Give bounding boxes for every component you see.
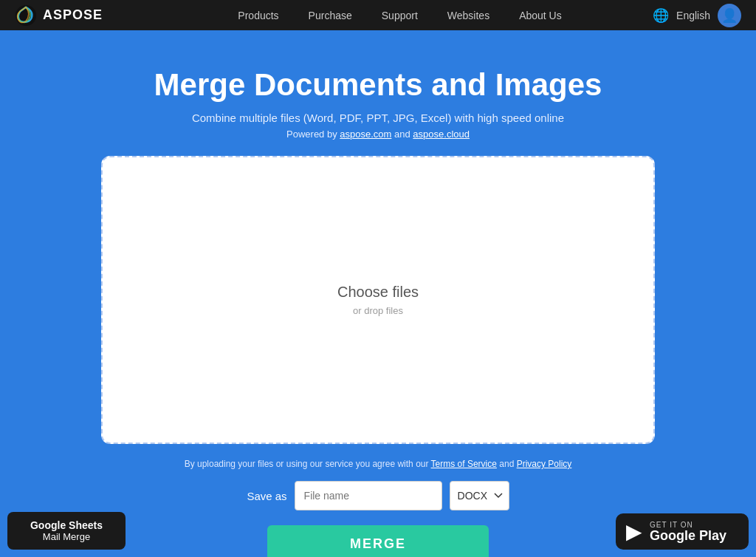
terms-link[interactable]: Terms of Service	[431, 459, 497, 469]
navbar-links: Products Purchase Support Websites About…	[147, 0, 653, 30]
nav-websites[interactable]: Websites	[433, 0, 504, 30]
powered-by-text: Powered by aspose.com and aspose.cloud	[286, 129, 470, 140]
aspose-com-link[interactable]: aspose.com	[340, 129, 391, 140]
google-play-label: Google Play	[650, 529, 726, 542]
agreement-text: By uploading your files or using our ser…	[185, 459, 572, 469]
google-sheets-line1: Google Sheets	[21, 519, 112, 531]
nav-support[interactable]: Support	[367, 0, 433, 30]
nav-products[interactable]: Products	[223, 0, 293, 30]
filename-input[interactable]	[295, 481, 442, 510]
google-play-text: GET IT ON Google Play	[650, 521, 726, 542]
merge-button[interactable]: MERGE	[267, 525, 489, 557]
google-play-banner[interactable]: ▶ GET IT ON Google Play	[616, 513, 749, 550]
google-play-icon: ▶	[626, 519, 642, 544]
aspose-logo-icon	[15, 4, 37, 27]
google-sheets-banner[interactable]: Google Sheets Mail Merge	[7, 512, 126, 550]
user-icon: 👤	[721, 7, 738, 24]
brand-name: ASPOSE	[43, 7, 103, 23]
page-subtitle: Combine multiple files (Word, PDF, PPT, …	[192, 112, 564, 124]
save-as-label: Save as	[247, 490, 286, 502]
globe-icon: 🌐	[653, 7, 669, 24]
save-row: Save as DOCX PDF PPT JPG PNG	[247, 481, 509, 510]
choose-files-label: Choose files	[337, 284, 419, 301]
file-drop-zone[interactable]: Choose files or drop files	[101, 156, 655, 444]
main-content: Merge Documents and Images Combine multi…	[0, 30, 756, 557]
navbar-right: 🌐 English 👤	[653, 4, 741, 27]
google-sheets-line2: Mail Merge	[21, 531, 112, 542]
nav-about-us[interactable]: About Us	[504, 0, 577, 30]
aspose-cloud-link[interactable]: aspose.cloud	[413, 129, 470, 140]
user-account-button[interactable]: 👤	[718, 4, 741, 27]
navbar-brand[interactable]: ASPOSE	[15, 4, 103, 27]
nav-purchase[interactable]: Purchase	[294, 0, 367, 30]
page-title: Merge Documents and Images	[154, 67, 602, 103]
language-label[interactable]: English	[676, 10, 710, 21]
privacy-link[interactable]: Privacy Policy	[517, 459, 572, 469]
drop-files-label: or drop files	[353, 305, 403, 316]
format-select[interactable]: DOCX PDF PPT JPG PNG	[450, 481, 509, 510]
navbar: ASPOSE Products Purchase Support Website…	[0, 0, 756, 30]
